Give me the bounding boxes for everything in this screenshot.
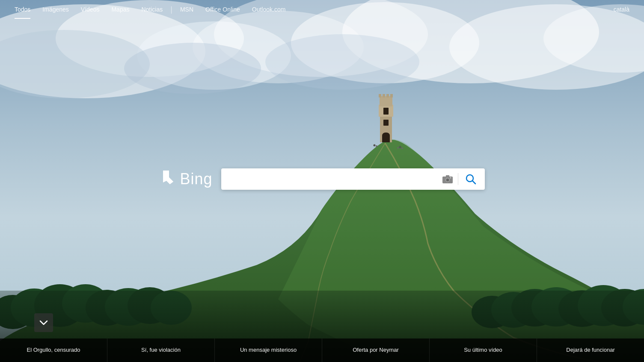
news-item-2[interactable]: Un mensaje misterioso [215,338,322,362]
news-item-text-2: Un mensaje misterioso [240,347,297,354]
news-item-text-3: Oferta por Neymar [353,347,399,354]
nav-item-outlook[interactable]: Outlook.com [246,0,292,19]
svg-point-12 [265,34,419,90]
nav-divider: | [169,5,174,14]
search-button[interactable] [462,172,480,186]
svg-point-42 [401,147,403,149]
nav-left: Todos Imágenes Vídeos Mapas Noticias | M… [9,0,291,19]
svg-point-39 [376,145,377,147]
svg-point-48 [450,177,451,178]
news-item-text-5: Dejará de funcionar [566,347,614,354]
top-navigation: Todos Imágenes Vídeos Mapas Noticias | M… [0,0,644,19]
chevron-down-icon [39,320,48,325]
news-bar: El Orgullo, censurado Sí, fue violación … [0,338,644,362]
svg-point-11 [124,43,261,94]
news-item-1[interactable]: Sí, fue violación [107,338,215,362]
svg-rect-32 [379,94,381,97]
svg-point-41 [399,146,401,148]
bing-logo-text: Bing [180,170,213,188]
svg-rect-37 [383,120,389,126]
nav-item-language[interactable]: català [608,0,635,19]
news-item-0[interactable]: El Orgullo, censurado [0,338,107,362]
svg-rect-36 [383,108,389,115]
nav-item-videos[interactable]: Vídeos [75,0,106,19]
nav-item-noticias[interactable]: Noticias [135,0,169,19]
svg-point-46 [446,178,449,181]
nav-right: català [608,0,635,19]
nav-item-mapas[interactable]: Mapas [105,0,135,19]
svg-point-38 [374,144,376,147]
news-item-3[interactable]: Oferta por Neymar [322,338,430,362]
nav-item-office[interactable]: Office Online [199,0,246,19]
news-item-text-0: El Orgullo, censurado [27,347,80,354]
search-area: Bing [160,168,485,190]
svg-line-50 [472,181,475,184]
camera-icon [442,175,453,183]
camera-search-button[interactable] [441,173,454,185]
news-item-4[interactable]: Su último vídeo [430,338,537,362]
search-box-container [221,168,485,190]
search-divider [458,173,458,185]
svg-rect-47 [446,175,449,177]
news-item-5[interactable]: Dejará de funcionar [537,338,644,362]
svg-rect-31 [380,96,392,106]
svg-rect-35 [390,94,393,97]
nav-item-todos[interactable]: Todos [9,0,36,19]
bing-logo: Bing [160,169,213,189]
bing-logo-icon [160,169,177,189]
nav-item-msn[interactable]: MSN [174,0,199,19]
scroll-down-button[interactable] [34,313,53,332]
news-item-text-1: Sí, fue violación [141,347,181,354]
svg-rect-34 [386,94,389,97]
news-item-text-4: Su último vídeo [464,347,502,354]
search-icon [465,174,476,185]
nav-item-imagenes[interactable]: Imágenes [36,0,74,19]
search-input[interactable] [226,168,437,190]
svg-rect-33 [383,94,385,97]
svg-point-40 [397,147,399,149]
